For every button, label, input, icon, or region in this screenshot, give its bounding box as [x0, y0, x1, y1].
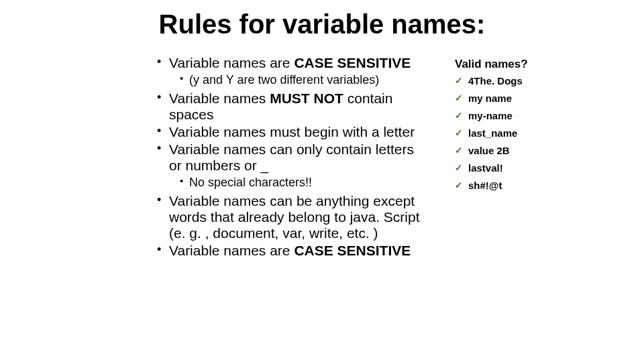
rule-text: Variable names are	[169, 243, 294, 258]
check-icon: ✓	[455, 145, 463, 156]
check-icon: ✓	[455, 75, 463, 86]
check-icon: ✓	[455, 180, 463, 191]
item-label: sh#!@t	[468, 180, 502, 191]
rule-subitem: No special characters!!	[180, 175, 425, 190]
item-label: lastval!	[468, 162, 503, 174]
rule-sublist: No special characters!!	[157, 175, 425, 190]
list-item: ✓lastval!	[455, 162, 602, 174]
list-item: ✓4The. Dogs	[455, 75, 602, 87]
rule-bold: MUST NOT	[270, 90, 347, 106]
item-label: 4The. Dogs	[468, 75, 523, 86]
sidebar-heading: Valid names?	[455, 58, 602, 71]
slide-title: Rules for variable names:	[0, 9, 644, 40]
rule-item: Variable names MUST NOT contain spaces	[157, 90, 425, 123]
item-label: my name	[468, 93, 512, 104]
rule-subitem: (y and Y are two different variables)	[180, 72, 425, 88]
sidebar: Valid names? ✓4The. Dogs ✓my name ✓my-na…	[455, 58, 602, 197]
check-icon: ✓	[455, 162, 463, 174]
list-item: ✓last_name	[455, 127, 602, 139]
item-label: last_name	[468, 127, 517, 139]
rule-item: Variable names can only contain letters …	[157, 141, 425, 174]
rule-text: Variable names are	[169, 55, 294, 70]
item-label: my-name	[468, 110, 513, 121]
list-item: ✓my name	[455, 93, 602, 105]
rule-bold: CASE SENSITIVE	[294, 55, 411, 70]
rule-item: Variable names can be anything except wo…	[157, 193, 425, 241]
valid-names-list: ✓4The. Dogs ✓my name ✓my-name ✓last_name…	[455, 75, 602, 192]
rule-item: Variable names are CASE SENSITIVE	[157, 55, 425, 71]
list-item: ✓sh#!@t	[455, 180, 602, 192]
rule-text: Variable names	[169, 90, 270, 106]
check-icon: ✓	[455, 93, 463, 104]
rule-bold: CASE SENSITIVE	[294, 243, 411, 258]
rule-item: Variable names must begin with a letter	[157, 124, 425, 140]
check-icon: ✓	[455, 127, 463, 139]
rule-sublist: (y and Y are two different variables)	[157, 72, 425, 88]
list-item: ✓value 2B	[455, 145, 602, 157]
item-label: value 2B	[468, 145, 510, 156]
rule-item: Variable names are CASE SENSITIVE	[157, 243, 425, 259]
list-item: ✓my-name	[455, 110, 602, 122]
slide: Rules for variable names: Variable names…	[0, 0, 644, 362]
main-content: Variable names are CASE SENSITIVE (y and…	[157, 55, 425, 260]
rules-list: Variable names are CASE SENSITIVE (y and…	[157, 55, 425, 259]
check-icon: ✓	[455, 110, 463, 121]
